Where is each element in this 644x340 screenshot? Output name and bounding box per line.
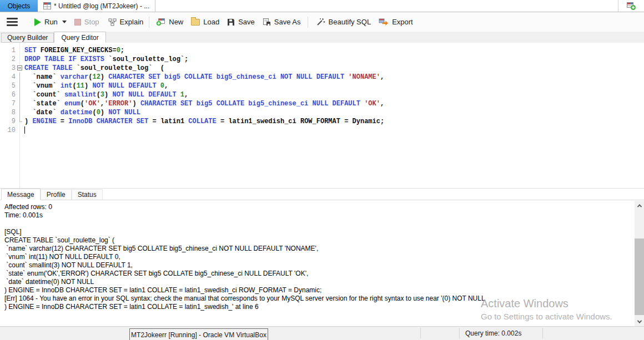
message-line: `count` smallint(3) NOT NULL DEFAULT 1,: [0, 261, 644, 270]
code-token: `soul_roulette_log`;: [104, 55, 188, 63]
editor-line[interactable]: 5 `vnum` int(11) NOT NULL DEFAULT 0,: [0, 82, 644, 90]
code-text: DROP TABLE IF EXISTS `soul_roulette_log`…: [24, 55, 188, 64]
statusbar-separator: [420, 328, 421, 339]
new-label: New: [169, 18, 183, 26]
code-text: `state` enum('OK','ERROR') CHARACTER SET…: [24, 99, 384, 108]
code-token: [92, 118, 96, 125]
editor-line[interactable]: 1SET FOREIGN_KEY_CHECKS=0;: [0, 46, 644, 55]
code-token: CHARACTER SET big5 COLLATE big5_chinese_…: [140, 100, 360, 108]
code-token: `vnum`: [24, 82, 61, 90]
tab-query-editor[interactable]: Query Editor: [54, 32, 105, 43]
save-icon: [227, 18, 235, 26]
scrollbar-thumb[interactable]: [635, 238, 644, 315]
tab-profile[interactable]: Profile: [41, 189, 72, 200]
tab-objects[interactable]: Objects: [0, 0, 38, 12]
query-subtabs: Query Builder Query Editor: [0, 32, 644, 43]
sql-editor[interactable]: 1SET FOREIGN_KEY_CHECKS=0;2DROP TABLE IF…: [0, 43, 644, 189]
status-bar: MT2Jokeerr [Running] - Oracle VM Virtual…: [0, 326, 644, 340]
tab-status[interactable]: Status: [72, 189, 103, 200]
save-label: Save: [238, 18, 255, 26]
code-token: CHARACTER SET big5 COLLATE big5_chinese_…: [108, 73, 344, 81]
scroll-down-button[interactable]: [635, 317, 644, 326]
fold-mid-marker: [19, 73, 20, 82]
tab-document[interactable]: * Untitled @log (MT2Jokeer) - ...: [38, 0, 155, 12]
load-label: Load: [203, 18, 219, 26]
run-dropdown-icon[interactable]: [62, 21, 67, 23]
code-token: 0: [117, 47, 120, 54]
editor-line[interactable]: 2DROP TABLE IF EXISTS `soul_roulette_log…: [0, 55, 644, 64]
line-number: 5: [0, 82, 16, 90]
code-token: (: [80, 100, 84, 108]
tab-document-label: * Untitled @log (MT2Jokeer) - ...: [54, 2, 149, 10]
code-token: 'OK': [84, 100, 100, 108]
editor-line[interactable]: 9) ENGINE = InnoDB CHARACTER SET = latin…: [0, 117, 644, 126]
save-button[interactable]: Save: [227, 18, 255, 26]
code-token: `soul_roulette_log` (: [72, 64, 164, 72]
editor-line[interactable]: 8 `date` datetime(0) NOT NULL: [0, 108, 644, 117]
new-query-tab-icon: [626, 2, 636, 11]
message-panel-tabs: Message Profile Status: [0, 189, 644, 200]
magic-wand-icon: [316, 18, 325, 26]
toolbar-separator: [149, 17, 149, 28]
tab-message[interactable]: Message: [1, 189, 41, 200]
code-token: 1: [180, 91, 184, 99]
code-token: smallint: [64, 91, 97, 99]
code-text: ) ENGINE = InnoDB CHARACTER SET = latin1…: [24, 117, 384, 126]
scroll-up-button[interactable]: [635, 201, 644, 210]
code-token: ): [132, 100, 140, 108]
message-line: CREATE TABLE `soul_roulette_log` (: [0, 236, 644, 245]
explain-icon: [108, 18, 117, 26]
fold-open-marker[interactable]: [17, 65, 22, 70]
tab-query-builder[interactable]: Query Builder: [1, 33, 54, 43]
message-line: `date` datetime(0) NOT NULL: [0, 278, 644, 286]
code-token: 'ERROR': [104, 100, 132, 108]
message-scrollbar[interactable]: [635, 201, 644, 326]
beautify-sql-button[interactable]: Beautify SQL: [316, 18, 371, 26]
code-token: InnoDB: [68, 118, 92, 125]
code-token: =: [57, 118, 69, 125]
fold-mid-marker: [19, 82, 20, 90]
code-token: CREATE TABLE: [24, 64, 72, 72]
code-token: varchar: [61, 73, 88, 81]
code-token: = latin1_swedish_ci ROW_FORMAT = Dynamic…: [217, 118, 384, 125]
code-token: [177, 91, 180, 99]
save-as-button[interactable]: Save As: [263, 18, 301, 26]
code-token: ,: [184, 91, 188, 99]
code-token: ,: [380, 100, 384, 108]
new-tab-button[interactable]: [618, 0, 644, 12]
message-line: Affected rows: 0: [0, 203, 644, 211]
export-button[interactable]: Export: [379, 18, 413, 26]
tab-objects-label: Objects: [8, 2, 31, 10]
editor-line[interactable]: 10: [0, 126, 644, 135]
statusbar-separator: [459, 328, 460, 339]
line-number: 9: [0, 117, 16, 126]
run-icon: [34, 18, 41, 26]
top-tab-bar: Objects * Untitled @log (MT2Jokeer) - ..…: [0, 0, 644, 12]
editor-line[interactable]: 4 `name` varchar(12) CHARACTER SET big5 …: [0, 73, 644, 82]
menu-button[interactable]: [7, 18, 18, 26]
line-number: 8: [0, 108, 16, 117]
code-token: 'NONAME': [348, 73, 380, 81]
run-button[interactable]: Run: [34, 18, 67, 26]
vm-window-title[interactable]: MT2Jokeerr [Running] - Oracle VM Virtual…: [129, 328, 268, 340]
code-token: (: [72, 82, 76, 90]
code-text: `name` varchar(12) CHARACTER SET big5 CO…: [24, 73, 384, 82]
code-token: ): [100, 109, 108, 116]
fold-mid-marker: [19, 108, 20, 117]
code-token: `state`: [24, 100, 64, 108]
code-token: 3: [100, 91, 104, 99]
code-token: SET: [24, 47, 37, 54]
new-button[interactable]: New: [156, 18, 183, 26]
export-label: Export: [392, 18, 413, 26]
tab-status-label: Status: [78, 191, 97, 199]
explain-button[interactable]: Explain: [108, 18, 144, 26]
line-number: 2: [0, 55, 16, 64]
load-button[interactable]: Load: [191, 18, 219, 26]
message-lines: Affected rows: 0Time: 0.001s[SQL]CREATE …: [0, 203, 644, 311]
editor-line[interactable]: 7 `state` enum('OK','ERROR') CHARACTER S…: [0, 99, 644, 108]
message-line: [Err] 1064 - You have an error in your S…: [0, 295, 644, 303]
editor-line[interactable]: 3CREATE TABLE `soul_roulette_log` (: [0, 64, 644, 73]
code-token: ,: [164, 82, 168, 90]
line-number: 3: [0, 64, 16, 73]
editor-line[interactable]: 6 `count` smallint(3) NOT NULL DEFAULT 1…: [0, 90, 644, 99]
